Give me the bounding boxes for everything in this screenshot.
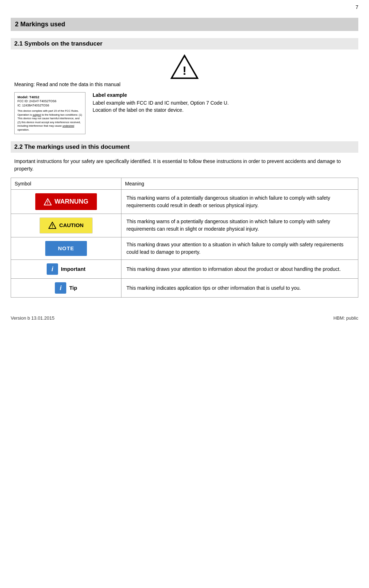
svg-text:!: ! bbox=[47, 200, 48, 205]
label-example-line1: Label example with FCC ID and IC number,… bbox=[93, 100, 355, 106]
note-label: NOTE bbox=[58, 245, 74, 253]
tip-icon: i bbox=[55, 282, 66, 294]
label-example-line2: Location of the label on the stator devi… bbox=[93, 107, 355, 113]
caution-label: CAUTION bbox=[59, 221, 83, 230]
warning-triangle-icon: ! bbox=[44, 198, 52, 205]
symbol-cell-3: i Important bbox=[11, 260, 121, 279]
label-description: Label example Label example with FCC ID … bbox=[93, 92, 355, 114]
table-row: ! WARNUNG This marking warns of a potent… bbox=[11, 190, 358, 214]
meaning-cell-1: This marking warns of a potentially dang… bbox=[121, 214, 358, 237]
label-fcc-line: FCC ID: 2ADAT-T40S2TOS6 bbox=[17, 99, 82, 104]
symbol-cell-1: ! CAUTION bbox=[11, 214, 121, 237]
table-row: NOTE This marking draws your attention t… bbox=[11, 237, 358, 260]
tip-label: Tip bbox=[69, 284, 77, 292]
table-row: ! CAUTION This marking warns of a potent… bbox=[11, 214, 358, 237]
footer: Version b 13.01.2015 HBM: public bbox=[11, 312, 358, 321]
meaning-cell-0: This marking warns of a potentially dang… bbox=[121, 190, 358, 214]
markings-table: Symbol Meaning ! WARNUNG This marking wa… bbox=[11, 178, 358, 298]
meaning-cell-2: This marking draws your attention to a s… bbox=[121, 237, 358, 260]
table-header-meaning: Meaning bbox=[121, 178, 358, 190]
subsection-2-1-heading: 2.1 Symbols on the transducer bbox=[11, 38, 358, 49]
meaning-cell-4: This marking indicates application tips … bbox=[121, 279, 358, 298]
label-model-line: Model: T40S2 bbox=[17, 95, 82, 99]
label-body-text: This device complies with part 15 of the… bbox=[17, 109, 82, 132]
symbol-meaning-text: Meaning: Read and note the data in this … bbox=[14, 82, 355, 87]
symbol-cell-2: NOTE bbox=[11, 237, 121, 260]
label-example-container: Model: T40S2 FCC ID: 2ADAT-T40S2TOS6 IC:… bbox=[14, 92, 355, 134]
svg-text:!: ! bbox=[182, 64, 186, 77]
label-image: Model: T40S2 FCC ID: 2ADAT-T40S2TOS6 IC:… bbox=[14, 92, 85, 134]
note-badge: NOTE bbox=[45, 241, 87, 256]
important-label: Important bbox=[61, 265, 85, 273]
footer-version: Version b 13.01.2015 bbox=[11, 315, 54, 321]
page-number: 7 bbox=[355, 4, 358, 10]
caution-triangle-icon: ! bbox=[48, 222, 56, 229]
label-ic-line: IC: 12438AT40S2TOS6 bbox=[17, 104, 82, 108]
svg-text:!: ! bbox=[52, 224, 53, 229]
footer-public: HBM: public bbox=[333, 315, 358, 321]
label-example-title: Label example bbox=[93, 92, 355, 98]
table-row: i Tip This marking indicates application… bbox=[11, 279, 358, 298]
warning-badge: ! WARNUNG bbox=[35, 193, 97, 210]
table-row: i Important This marking draws your atte… bbox=[11, 260, 358, 279]
caution-badge: ! CAUTION bbox=[40, 217, 92, 233]
symbol-cell-4: i Tip bbox=[11, 279, 121, 298]
tip-badge: i Tip bbox=[55, 282, 77, 294]
symbol-cell-0: ! WARNUNG bbox=[11, 190, 121, 214]
section-2-heading: 2 Markings used bbox=[11, 18, 358, 31]
warning-triangle-symbol: ! bbox=[170, 54, 199, 79]
meaning-cell-3: This marking draws your attention to inf… bbox=[121, 260, 358, 279]
important-badge: i Important bbox=[47, 263, 85, 275]
subsection-2-2-heading: 2.2 The markings used in this document bbox=[11, 141, 358, 153]
warning-label: WARNUNG bbox=[54, 197, 88, 206]
intro-text: Important instructions for your safety a… bbox=[14, 158, 355, 173]
important-icon: i bbox=[47, 263, 58, 275]
table-header-symbol: Symbol bbox=[11, 178, 121, 190]
